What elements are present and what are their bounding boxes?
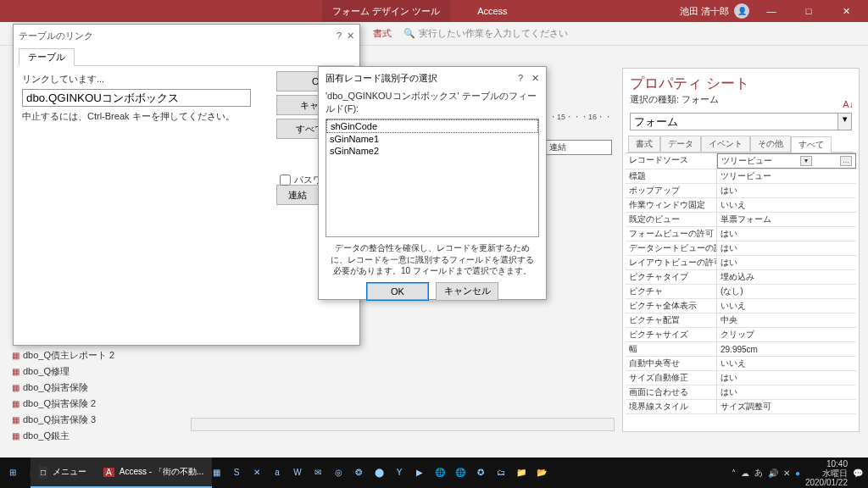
property-grid[interactable]: レコードソースツリービュー▾…標題ツリービューポップアップはい作業ウィンドウ固定… (626, 152, 856, 415)
list-item[interactable]: shGinCode (326, 119, 538, 133)
taskbar-app-icon[interactable]: a (268, 463, 287, 482)
property-value[interactable]: はい (717, 371, 856, 385)
property-tab[interactable]: その他 (750, 136, 791, 152)
nav-item[interactable]: ▦dbo_Q損害保険 3 (10, 412, 171, 428)
property-value[interactable]: いいえ (717, 198, 856, 212)
taskbar-app-icon[interactable]: ❂ (349, 463, 368, 482)
property-row[interactable]: ピクチャ全体表示いいえ (626, 299, 856, 313)
password-checkbox[interactable] (280, 175, 291, 186)
taskbar-app-icon[interactable]: ✕ (248, 463, 266, 482)
tell-me-search[interactable]: 🔍実行したい作業を入力してください (403, 27, 568, 40)
property-row[interactable]: ピクチャ配置中央 (626, 313, 856, 328)
ok-button[interactable]: OK (366, 282, 429, 301)
nav-item[interactable]: ▦dbo_Q損害保険 (10, 380, 171, 396)
taskbar-app-icon[interactable]: S (227, 463, 246, 482)
notifications-icon[interactable]: 💬 (853, 469, 863, 478)
chevron-down-icon[interactable]: ▾ (838, 113, 852, 130)
property-value[interactable]: いいえ (717, 299, 856, 313)
taskbar-app-icon[interactable]: ✪ (471, 463, 490, 482)
property-value[interactable]: ツリービュー (717, 169, 856, 183)
property-value[interactable]: はい (717, 256, 856, 269)
property-value[interactable]: 単票フォーム (717, 213, 856, 226)
property-value[interactable]: サイズ調整可 (717, 400, 856, 413)
property-value[interactable]: クリップ (717, 328, 856, 341)
property-value[interactable]: ツリービュー▾… (717, 153, 856, 169)
close-icon[interactable]: ✕ (347, 30, 354, 42)
selection-type-combo[interactable] (630, 113, 838, 130)
property-value[interactable]: はい (717, 385, 856, 399)
property-tab[interactable]: すべて (791, 136, 832, 152)
cancel-button[interactable]: キャンセル (436, 282, 498, 301)
ime-icon[interactable]: あ (754, 467, 763, 479)
taskbar-app-icon[interactable]: 🌐 (451, 463, 470, 482)
property-row[interactable]: レコードセレクタいいえ (626, 414, 856, 415)
property-tab[interactable]: 書式 (628, 136, 660, 152)
form-design-tools-tab[interactable]: フォーム デザイン ツール (322, 0, 450, 22)
property-tab[interactable]: イベント (701, 136, 750, 152)
nav-item[interactable]: ▦dbo_Q損害保険 2 (10, 396, 171, 412)
help-icon[interactable]: ? (337, 30, 342, 42)
property-value[interactable]: 中央 (717, 313, 856, 327)
system-tray[interactable]: ˄ ☁ あ 🔊 ✕ ● 10:40水曜日2020/01/22 💬 (732, 458, 863, 488)
link-button[interactable]: 連結 (276, 185, 319, 205)
property-row[interactable]: 作業ウィンドウ固定いいえ (626, 198, 856, 213)
taskbar-app-icon[interactable]: ⬤ (370, 463, 388, 482)
property-row[interactable]: レイアウトビューの許可はい (626, 256, 856, 270)
close-button[interactable]: ✕ (831, 0, 861, 22)
property-row[interactable]: 境界線スタイルサイズ調整可 (626, 400, 856, 414)
property-tab[interactable]: データ (660, 136, 701, 152)
field-list[interactable]: shGinCode sGinName1 sGinName2 (326, 119, 539, 237)
property-row[interactable]: 既定のビュー単票フォーム (626, 213, 856, 227)
property-row[interactable]: 標題ツリービュー (626, 169, 856, 184)
taskbar-app-icon[interactable]: ◎ (329, 463, 348, 482)
taskbar-app-icon[interactable]: 🗂 (492, 463, 510, 482)
dropdown-icon[interactable]: ▾ (800, 156, 812, 166)
builder-icon[interactable]: … (840, 156, 852, 166)
taskbar-app-icon[interactable]: 📁 (512, 463, 531, 482)
sort-icon[interactable]: A↓ (843, 99, 854, 109)
minimize-button[interactable]: — (756, 0, 787, 22)
property-row[interactable]: サイズ自動修正はい (626, 371, 856, 385)
property-row[interactable]: レコードソースツリービュー▾… (626, 153, 856, 169)
property-row[interactable]: ポップアップはい (626, 184, 856, 198)
property-row[interactable]: 自動中央寄せいいえ (626, 357, 856, 371)
taskbar-app-icon[interactable]: Y (390, 463, 409, 482)
cloud-icon[interactable]: ☁ (741, 469, 749, 478)
property-row[interactable]: データシートビューの許可はい (626, 241, 856, 256)
property-row[interactable]: フォームビューの許可はい (626, 227, 856, 241)
property-row[interactable]: 幅29.995cm (626, 342, 856, 357)
tray-chevron-icon[interactable]: ˄ (732, 469, 736, 478)
user-account[interactable]: 池田 清十郎 👤 (680, 3, 749, 19)
nav-item[interactable]: ▦dbo_Q銀主 (10, 428, 171, 444)
linking-source-input[interactable] (22, 89, 251, 107)
property-row[interactable]: ピクチャタイプ埋め込み (626, 270, 856, 285)
dot-icon[interactable]: ● (795, 469, 800, 478)
taskbar-task[interactable]: AAccess - 「街の不動... (95, 458, 212, 488)
property-value[interactable]: はい (717, 227, 856, 241)
taskbar-clock[interactable]: 10:40水曜日2020/01/22 (805, 459, 848, 487)
taskbar-app-icon[interactable]: ▶ (410, 463, 429, 482)
tab-format[interactable]: 書式 (373, 27, 392, 40)
h-scrollbar[interactable] (191, 418, 615, 431)
property-row[interactable]: ピクチャサイズクリップ (626, 328, 856, 342)
maximize-button[interactable]: □ (793, 0, 824, 22)
property-value[interactable]: はい (717, 184, 856, 197)
property-value[interactable]: いいえ (717, 414, 856, 415)
property-value[interactable]: はい (717, 241, 856, 255)
close-icon[interactable]: ✕ (531, 73, 539, 84)
taskbar-app-icon[interactable]: 📂 (532, 463, 551, 482)
volume-icon[interactable]: 🔊 (768, 469, 778, 478)
taskbar-task[interactable]: □メニュー (31, 458, 95, 488)
property-value[interactable]: いいえ (717, 357, 856, 370)
close-icon[interactable]: ✕ (783, 469, 790, 478)
taskbar-app-icon[interactable]: ✉ (309, 463, 327, 482)
property-row[interactable]: 画面に合わせるはい (626, 385, 856, 400)
property-value[interactable]: 埋め込み (717, 270, 856, 284)
property-row[interactable]: ピクチャ(なし) (626, 285, 856, 299)
nav-item[interactable]: ▦dbo_Q債主レポート 2 (10, 347, 171, 363)
property-value[interactable]: (なし) (717, 285, 856, 298)
property-value[interactable]: 29.995cm (717, 342, 856, 356)
taskbar-app-icon[interactable]: ⊞ (3, 463, 22, 482)
list-item[interactable]: sGinName2 (326, 145, 538, 157)
taskbar-app-icon[interactable]: W (288, 463, 307, 482)
